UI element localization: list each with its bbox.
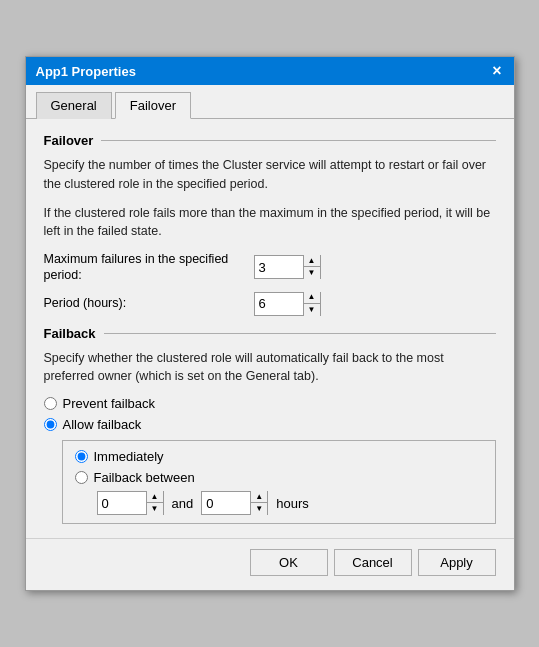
failback-to-spinner: ▲ ▼ — [201, 491, 268, 515]
max-failures-row: Maximum failures in the specified period… — [44, 251, 496, 284]
failback-between-radio[interactable] — [75, 471, 88, 484]
period-input[interactable] — [255, 293, 303, 315]
failback-to-down-button[interactable]: ▼ — [251, 503, 267, 515]
allow-failback-box: Immediately Failback between ▲ ▼ an — [62, 440, 496, 524]
max-failures-input[interactable] — [255, 256, 303, 278]
failback-title: Failback — [44, 326, 96, 341]
failback-to-spinner-buttons: ▲ ▼ — [250, 491, 267, 515]
tab-general[interactable]: General — [36, 92, 112, 119]
failback-between-label[interactable]: Failback between — [94, 470, 195, 485]
failover-divider — [101, 140, 495, 141]
prevent-failback-label[interactable]: Prevent failback — [63, 396, 156, 411]
tab-content: Failover Specify the number of times the… — [26, 119, 514, 534]
allow-failback-radio[interactable] — [44, 418, 57, 431]
prevent-failback-radio[interactable] — [44, 397, 57, 410]
apply-button[interactable]: Apply — [418, 549, 496, 576]
failover-description2: If the clustered role fails more than th… — [44, 204, 496, 242]
period-spinner: ▲ ▼ — [254, 292, 321, 316]
failback-divider — [104, 333, 496, 334]
failover-title: Failover — [44, 133, 94, 148]
failback-description: Specify whether the clustered role will … — [44, 349, 496, 387]
allow-failback-label[interactable]: Allow failback — [63, 417, 142, 432]
bottom-buttons-bar: OK Cancel Apply — [26, 538, 514, 590]
failback-between-inputs: ▲ ▼ and ▲ ▼ hours — [97, 491, 483, 515]
period-label: Period (hours): — [44, 295, 254, 311]
allow-failback-legend: Allow failback — [44, 417, 496, 432]
max-failures-spinner-buttons: ▲ ▼ — [303, 255, 320, 279]
failback-from-spinner-buttons: ▲ ▼ — [146, 491, 163, 515]
failback-between-row: Failback between — [75, 470, 483, 485]
dialog-window: App1 Properties × General Failover Failo… — [25, 56, 515, 591]
hours-label: hours — [276, 496, 309, 511]
tab-bar: General Failover — [26, 85, 514, 119]
period-spinner-buttons: ▲ ▼ — [303, 292, 320, 316]
and-label: and — [172, 496, 194, 511]
period-row: Period (hours): ▲ ▼ — [44, 292, 496, 316]
dialog-title: App1 Properties — [36, 64, 136, 79]
max-failures-down-button[interactable]: ▼ — [304, 267, 320, 279]
failover-description1: Specify the number of times the Cluster … — [44, 156, 496, 194]
failback-to-input[interactable] — [202, 492, 250, 514]
max-failures-spinner: ▲ ▼ — [254, 255, 321, 279]
max-failures-up-button[interactable]: ▲ — [304, 255, 320, 267]
failback-from-spinner: ▲ ▼ — [97, 491, 164, 515]
title-bar: App1 Properties × — [26, 57, 514, 85]
failback-from-input[interactable] — [98, 492, 146, 514]
failover-section-header: Failover — [44, 133, 496, 148]
failback-section-header: Failback — [44, 326, 496, 341]
prevent-failback-row: Prevent failback — [44, 396, 496, 411]
immediately-radio[interactable] — [75, 450, 88, 463]
failback-from-down-button[interactable]: ▼ — [147, 503, 163, 515]
period-up-button[interactable]: ▲ — [304, 292, 320, 304]
tab-failover[interactable]: Failover — [115, 92, 191, 119]
period-down-button[interactable]: ▼ — [304, 304, 320, 316]
ok-button[interactable]: OK — [250, 549, 328, 576]
allow-failback-container: Allow failback Immediately Failback betw… — [44, 417, 496, 524]
immediately-row: Immediately — [75, 449, 483, 464]
cancel-button[interactable]: Cancel — [334, 549, 412, 576]
max-failures-label: Maximum failures in the specified period… — [44, 251, 254, 284]
failback-from-up-button[interactable]: ▲ — [147, 491, 163, 503]
close-button[interactable]: × — [490, 63, 503, 79]
failback-to-up-button[interactable]: ▲ — [251, 491, 267, 503]
immediately-label[interactable]: Immediately — [94, 449, 164, 464]
